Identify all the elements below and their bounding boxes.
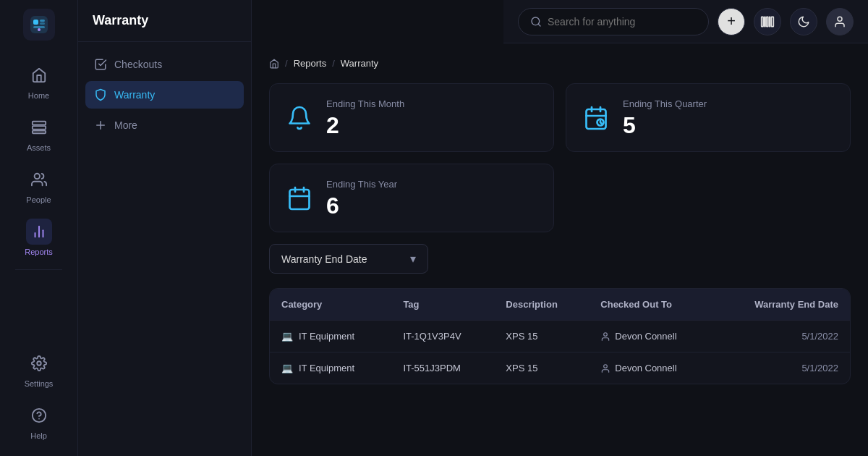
calendar-clock-icon — [581, 103, 611, 133]
desc-cell-1: XPS 15 — [494, 352, 589, 384]
search-input[interactable] — [548, 16, 697, 28]
sidebar-item-checkouts[interactable]: Checkouts — [85, 51, 244, 78]
nav-item-home[interactable]: Home — [0, 55, 77, 107]
category-icon-0: 💻 — [281, 331, 293, 342]
svg-line-19 — [538, 24, 540, 26]
nav-label-people: People — [26, 195, 51, 204]
table-row[interactable]: 💻 IT Equipment IT-551J3PDM XPS 15 — [270, 352, 850, 384]
nav-label-assets: Assets — [27, 143, 51, 152]
svg-rect-23 — [770, 17, 770, 26]
category-name-1: IT Equipment — [299, 363, 354, 373]
nav-bar: Home Assets People — [0, 0, 78, 456]
sidebar-label-more: More — [114, 119, 137, 131]
svg-point-36 — [604, 364, 608, 368]
svg-rect-8 — [32, 131, 45, 134]
svg-point-25 — [838, 17, 842, 21]
svg-rect-4 — [33, 26, 45, 28]
warranty-filter-dropdown[interactable]: Warranty End Date ▾ — [269, 244, 428, 274]
category-cell-1: 💻 IT Equipment — [281, 363, 380, 373]
col-header-category: Category — [270, 289, 391, 321]
nav-item-help[interactable]: Help — [0, 395, 77, 447]
stats-row-2: Ending This Year 6 — [269, 164, 851, 232]
stats-row-1: Ending This Month 2 Ending Th — [269, 83, 851, 152]
filter-row: Warranty End Date ▾ — [269, 244, 851, 274]
breadcrumb: / Reports / Warranty — [269, 58, 851, 69]
stat-card-quarter: Ending This Quarter 5 — [566, 83, 851, 152]
sidebar-label-checkouts: Checkouts — [114, 59, 162, 70]
svg-rect-1 — [33, 20, 38, 25]
nav-divider — [15, 269, 61, 270]
col-header-tag: Tag — [391, 289, 494, 321]
category-cell-0: 💻 IT Equipment — [281, 331, 380, 342]
person-cell-0: Devon Connell — [600, 331, 703, 342]
bell-icon — [284, 103, 315, 133]
tag-cell-1: IT-551J3PDM — [391, 352, 494, 384]
stat-label-year: Ending This Year — [326, 179, 397, 190]
app-logo — [23, 9, 55, 41]
nav-item-people[interactable]: People — [0, 159, 77, 211]
svg-point-35 — [604, 332, 608, 336]
col-header-warranty-end: Warranty End Date — [715, 289, 850, 321]
breadcrumb-reports[interactable]: Reports — [294, 58, 327, 69]
calendar-icon — [284, 183, 315, 214]
nav-label-help: Help — [30, 431, 47, 440]
person-icon — [600, 363, 610, 373]
stat-value-quarter: 5 — [623, 114, 707, 137]
nav-label-reports: Reports — [25, 248, 53, 256]
sidebar-item-warranty[interactable]: Warranty — [85, 81, 244, 109]
warranty-date-1: 5/1/2022 — [715, 352, 850, 384]
nav-item-settings[interactable]: Settings — [0, 343, 77, 395]
barcode-icon — [760, 14, 775, 29]
nav-label-home: Home — [28, 91, 49, 100]
table-row[interactable]: 💻 IT Equipment IT-1Q1V3P4V XPS 15 — [270, 321, 850, 352]
user-icon — [833, 15, 846, 28]
main-area: + — [252, 0, 868, 456]
desc-cell-0: XPS 15 — [494, 321, 589, 352]
sidebar-label-warranty: Warranty — [114, 89, 155, 101]
svg-rect-31 — [290, 190, 310, 209]
search-bar[interactable] — [518, 8, 709, 35]
svg-rect-7 — [32, 126, 45, 130]
svg-point-9 — [34, 174, 39, 179]
stat-card-year: Ending This Year 6 — [269, 164, 554, 232]
nav-item-reports[interactable]: Reports — [0, 211, 77, 263]
stat-label-quarter: Ending This Quarter — [623, 98, 707, 109]
svg-rect-2 — [40, 20, 45, 22]
tag-cell-0: IT-1Q1V3P4V — [391, 321, 494, 352]
stat-value-month: 2 — [326, 114, 404, 137]
svg-rect-24 — [771, 17, 773, 26]
sidebar-menu: Checkouts Warranty More — [78, 42, 251, 148]
home-icon[interactable] — [269, 59, 279, 69]
breadcrumb-sep1: / — [285, 58, 288, 69]
svg-point-13 — [37, 361, 41, 366]
nav-item-assets[interactable]: Assets — [0, 107, 77, 159]
sidebar-item-more[interactable]: More — [85, 111, 244, 139]
stat-label-month: Ending This Month — [326, 98, 404, 109]
nav-label-settings: Settings — [25, 379, 54, 388]
sidebar: Warranty Checkouts Warranty More — [78, 0, 252, 456]
person-name-0: Devon Connell — [615, 331, 676, 342]
stat-card-month: Ending This Month 2 — [269, 83, 554, 152]
svg-rect-20 — [762, 17, 764, 26]
warranty-date-0: 5/1/2022 — [715, 321, 850, 352]
breadcrumb-current: Warranty — [341, 58, 378, 69]
warranty-table: Category Tag Description Checked Out To … — [269, 288, 851, 384]
sidebar-title: Warranty — [78, 0, 251, 42]
col-header-description: Description — [494, 289, 589, 321]
svg-rect-6 — [32, 122, 45, 125]
search-icon — [530, 16, 542, 28]
top-bar-actions: + — [718, 8, 854, 35]
barcode-button[interactable] — [754, 8, 781, 35]
dropdown-label: Warranty End Date — [281, 253, 367, 265]
dark-mode-button[interactable] — [790, 8, 817, 35]
svg-rect-21 — [765, 17, 765, 26]
add-button[interactable]: + — [718, 8, 745, 35]
content-area: / Reports / Warranty Ending This Month 2 — [252, 43, 868, 456]
breadcrumb-sep2: / — [332, 58, 335, 69]
category-name-0: IT Equipment — [299, 331, 354, 342]
chevron-down-icon: ▾ — [410, 252, 416, 266]
svg-rect-3 — [40, 22, 45, 25]
user-avatar[interactable] — [826, 8, 854, 35]
category-icon-1: 💻 — [281, 363, 293, 373]
col-header-checked-out: Checked Out To — [589, 289, 715, 321]
